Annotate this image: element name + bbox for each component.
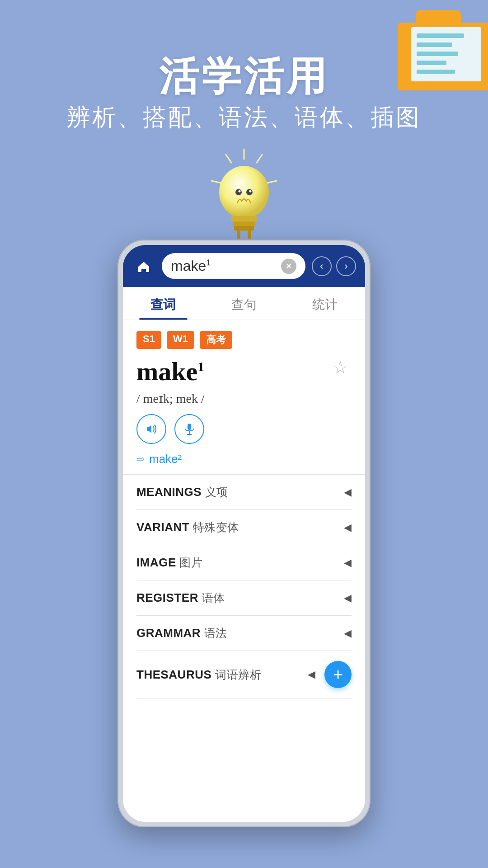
svg-line-3 bbox=[257, 155, 262, 163]
mic-icon bbox=[182, 422, 197, 436]
prev-button[interactable]: ‹ bbox=[312, 256, 332, 276]
word-content: S1 W1 高考 make1 ☆ / meɪk; mek / bbox=[123, 320, 365, 822]
tab-sentence[interactable]: 查句 bbox=[204, 287, 285, 320]
section-image-arrow: ◀ bbox=[344, 557, 352, 569]
section-variant-label: VARIANT 特殊变体 bbox=[136, 520, 239, 535]
section-register-arrow: ◀ bbox=[344, 592, 352, 604]
section-meanings-arrow: ◀ bbox=[344, 486, 352, 498]
fab-button[interactable]: + bbox=[324, 661, 352, 688]
next-button[interactable]: › bbox=[336, 256, 356, 276]
word-title-row: make1 ☆ bbox=[136, 356, 352, 387]
section-image-label: IMAGE 图片 bbox=[136, 555, 202, 570]
svg-point-14 bbox=[249, 190, 252, 193]
svg-point-5 bbox=[219, 166, 269, 218]
svg-rect-6 bbox=[231, 216, 257, 222]
section-meanings[interactable]: MEANINGS 义项 ◀ bbox=[136, 475, 352, 510]
phone-mockup: make1 × ‹ › 查词 查句 统计 S1 W bbox=[117, 240, 371, 827]
favorite-button[interactable]: ☆ bbox=[329, 356, 352, 379]
section-register-label: REGISTER 语体 bbox=[136, 590, 225, 605]
make2-text: make² bbox=[149, 452, 182, 466]
section-thesaurus[interactable]: THESAURUS 词语辨析 ◀ + bbox=[136, 651, 352, 698]
svg-point-13 bbox=[239, 190, 241, 193]
svg-rect-8 bbox=[234, 226, 254, 231]
app-header: make1 × ‹ › bbox=[123, 245, 365, 287]
pronunciation: / meɪk; mek / bbox=[136, 391, 352, 406]
section-thesaurus-label: THESAURUS 词语辨析 bbox=[136, 667, 261, 682]
mic-button[interactable] bbox=[174, 414, 204, 444]
tab-lookup[interactable]: 查词 bbox=[123, 287, 204, 320]
section-grammar[interactable]: GRAMMAR 语法 ◀ bbox=[136, 616, 352, 651]
link-arrow-icon: ⇨ bbox=[136, 453, 145, 465]
tab-stats[interactable]: 统计 bbox=[284, 287, 365, 320]
section-grammar-label: GRAMMAR 语法 bbox=[136, 626, 227, 641]
tab-bar: 查词 查句 统计 bbox=[123, 287, 365, 320]
svg-rect-9 bbox=[237, 231, 240, 239]
badge-gaokao: 高考 bbox=[200, 331, 232, 349]
make2-link[interactable]: ⇨ make² bbox=[136, 452, 352, 466]
search-input-value: make1 bbox=[171, 258, 277, 274]
section-grammar-arrow: ◀ bbox=[344, 627, 352, 639]
word-title: make1 bbox=[136, 356, 204, 387]
svg-line-2 bbox=[211, 181, 221, 183]
svg-rect-10 bbox=[248, 231, 251, 239]
section-image[interactable]: IMAGE 图片 ◀ bbox=[136, 545, 352, 580]
svg-point-12 bbox=[246, 189, 253, 195]
badge-w1: W1 bbox=[167, 331, 194, 349]
home-icon bbox=[135, 258, 152, 275]
svg-rect-7 bbox=[233, 222, 255, 226]
audio-buttons bbox=[136, 414, 352, 444]
section-thesaurus-arrow: ◀ bbox=[308, 669, 315, 680]
search-bar[interactable]: make1 × bbox=[162, 253, 305, 279]
main-title: 活学活用 bbox=[0, 50, 488, 104]
lightbulb-icon bbox=[199, 145, 289, 244]
svg-point-11 bbox=[235, 189, 242, 195]
nav-arrows: ‹ › bbox=[312, 256, 356, 276]
section-meanings-label: MEANINGS 义项 bbox=[136, 485, 228, 500]
section-variant-arrow: ◀ bbox=[344, 522, 352, 533]
sub-title: 辨析、搭配、语法、语体、插图 bbox=[0, 102, 488, 133]
speaker-icon bbox=[144, 422, 159, 436]
svg-line-4 bbox=[267, 181, 277, 183]
badge-s1: S1 bbox=[136, 331, 161, 349]
section-variant[interactable]: VARIANT 特殊变体 ◀ bbox=[136, 510, 352, 545]
svg-rect-15 bbox=[188, 424, 191, 430]
home-button[interactable] bbox=[132, 255, 155, 278]
speaker-button[interactable] bbox=[136, 414, 166, 444]
svg-line-1 bbox=[226, 155, 231, 163]
word-badges: S1 W1 高考 bbox=[136, 331, 352, 349]
clear-button[interactable]: × bbox=[281, 259, 296, 274]
section-register[interactable]: REGISTER 语体 ◀ bbox=[136, 580, 352, 616]
